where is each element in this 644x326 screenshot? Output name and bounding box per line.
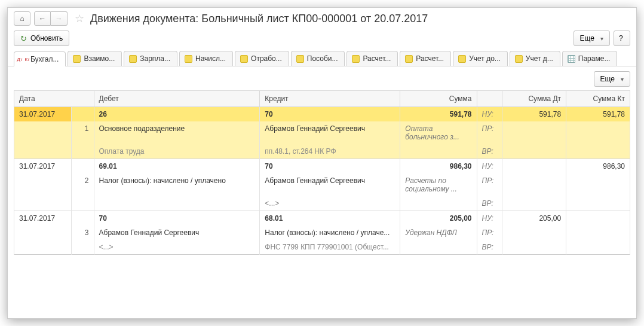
home-button[interactable]: ⌂ bbox=[14, 11, 30, 26]
table-row[interactable]: 3Абрамов Геннадий СергеевичНалог (взносы… bbox=[14, 226, 630, 240]
yellow-icon bbox=[458, 55, 466, 63]
table-row[interactable]: Оплата трудапп.48.1, ст.264 НК РФВР: bbox=[14, 144, 630, 159]
back-button[interactable]: ← bbox=[34, 11, 51, 26]
more-label: Еще bbox=[580, 34, 594, 42]
tab-label: Отрабо... bbox=[251, 54, 282, 63]
table-row[interactable]: 2Налог (взносы): начислено / уплаченоАбр… bbox=[14, 173, 630, 196]
tab-10[interactable]: Параме... bbox=[562, 51, 618, 66]
help-button[interactable]: ? bbox=[614, 31, 630, 46]
tab-5[interactable]: Пособи... bbox=[291, 51, 345, 66]
tab-4[interactable]: Отрабо... bbox=[235, 51, 289, 66]
tab-label: Взаимо... bbox=[84, 54, 115, 63]
table-row[interactable]: 31.07.20177068.01205,00НУ:205,00 bbox=[14, 211, 630, 226]
tab-label: Пособи... bbox=[307, 54, 338, 63]
tab-2[interactable]: Зарпла... bbox=[124, 51, 177, 66]
table-row[interactable]: 1Основное подразделениеАбрамов Геннадий … bbox=[14, 121, 630, 144]
table-header-row: Дата Дебет Кредит Сумма Сумма Дт Сумма К… bbox=[14, 91, 630, 107]
tab-label: Расчет... bbox=[363, 54, 391, 63]
arrow-right-icon: → bbox=[56, 14, 63, 23]
tab-label: Бухгал... bbox=[30, 55, 59, 63]
col-sum-dt[interactable]: Сумма Дт bbox=[502, 91, 566, 107]
table-row[interactable]: 31.07.20172670591,78НУ:591,78591,78 bbox=[14, 107, 630, 122]
favorite-star-icon[interactable]: ☆ bbox=[75, 12, 84, 25]
home-icon: ⌂ bbox=[20, 14, 24, 23]
forward-button[interactable]: → bbox=[51, 11, 68, 26]
tab-8[interactable]: Учет до... bbox=[453, 51, 508, 66]
refresh-button[interactable]: Обновить bbox=[14, 31, 69, 46]
refresh-icon bbox=[20, 34, 27, 43]
yellow-icon bbox=[405, 55, 413, 63]
yellow-icon bbox=[515, 55, 523, 63]
tab-label: Параме... bbox=[578, 54, 611, 63]
tab-9[interactable]: Учет д... bbox=[510, 51, 560, 66]
tab-1[interactable]: Взаимо... bbox=[68, 51, 122, 66]
more-button[interactable]: Еще bbox=[574, 31, 610, 46]
refresh-label: Обновить bbox=[30, 34, 63, 42]
tab-7[interactable]: Расчет... bbox=[400, 51, 451, 66]
dtkt-icon: ДтКт bbox=[19, 55, 27, 63]
sub-action-bar: Еще bbox=[14, 71, 630, 87]
help-label: ? bbox=[619, 34, 623, 42]
document-movements-window: ⌂ ← → ☆ Движения документа: Больничный л… bbox=[7, 7, 637, 319]
tab-0[interactable]: ДтКтБухгал... bbox=[14, 51, 66, 66]
tab-label: Начисл... bbox=[195, 54, 226, 63]
action-bar: Обновить Еще ? bbox=[8, 27, 636, 51]
table-row[interactable]: <...>ВР: bbox=[14, 196, 630, 211]
yellow-icon bbox=[352, 55, 360, 63]
tabs-bar: ДтКтБухгал...Взаимо...Зарпла...Начисл...… bbox=[8, 51, 636, 66]
title-bar: ⌂ ← → ☆ Движения документа: Больничный л… bbox=[8, 8, 636, 27]
yellow-icon bbox=[296, 55, 304, 63]
col-sum-kt[interactable]: Сумма Кт bbox=[566, 91, 630, 107]
col-sum[interactable]: Сумма bbox=[400, 91, 477, 107]
tab-6[interactable]: Расчет... bbox=[346, 51, 398, 66]
more-label-inner: Еще bbox=[600, 75, 615, 83]
postings-table: Дата Дебет Кредит Сумма Сумма Дт Сумма К… bbox=[14, 90, 630, 255]
grid-icon bbox=[568, 55, 575, 63]
table-row[interactable]: <...>ФНС 7799 КПП 779901001 (Общест...ВР… bbox=[14, 240, 630, 255]
tab-3[interactable]: Начисл... bbox=[179, 51, 233, 66]
tab-label: Учет до... bbox=[469, 54, 501, 63]
tab-label: Зарпла... bbox=[140, 54, 170, 63]
col-credit[interactable]: Кредит bbox=[260, 91, 400, 107]
col-date[interactable]: Дата bbox=[14, 91, 94, 107]
arrow-left-icon: ← bbox=[39, 14, 46, 23]
yellow-icon bbox=[185, 55, 192, 63]
tab-label: Расчет... bbox=[416, 54, 444, 63]
yellow-icon bbox=[73, 55, 81, 63]
page-title: Движения документа: Больничный лист КП00… bbox=[90, 13, 428, 25]
yellow-icon bbox=[129, 55, 137, 63]
tab-label: Учет д... bbox=[526, 54, 553, 63]
col-tag bbox=[477, 91, 502, 107]
tab-body: Еще Дата Дебет Кредит Сумма Сумма Дт Сум… bbox=[8, 66, 636, 260]
yellow-icon bbox=[240, 55, 248, 63]
table-row[interactable]: 31.07.201769.0170986,30НУ:986,30 bbox=[14, 159, 630, 174]
more-button-inner[interactable]: Еще bbox=[594, 71, 630, 87]
nav-group: ← → bbox=[34, 11, 68, 26]
col-debit[interactable]: Дебет bbox=[94, 91, 260, 107]
